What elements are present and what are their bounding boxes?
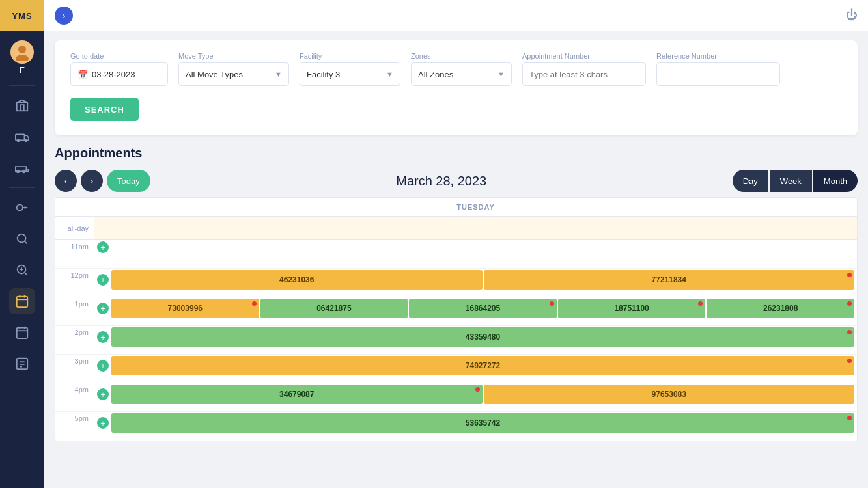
events-cell-1pm: + 73003996 06421875 16864205 18751100 26…: [94, 297, 857, 325]
event-53635742[interactable]: 53635742: [111, 413, 854, 433]
events-5pm: 53635742: [111, 413, 854, 433]
event-dot: [847, 301, 852, 306]
event-dot: [847, 416, 852, 420]
facility-label: Facility: [300, 52, 400, 60]
time-label-2pm: 2pm: [55, 326, 94, 354]
go-to-date-input[interactable]: 📅 03-28-2023: [70, 62, 168, 86]
truck-icon[interactable]: [9, 124, 35, 150]
event-34679087[interactable]: 34679087: [111, 385, 483, 404]
go-to-date-value: 03-28-2023: [92, 70, 135, 79]
search2-icon[interactable]: [9, 257, 35, 283]
expand-button[interactable]: ›: [55, 7, 73, 25]
calendar-grid: TUESDAY all-day 11am + 12pm: [55, 197, 858, 441]
facility-select[interactable]: Facility 3 ▼: [300, 62, 400, 86]
building-icon[interactable]: [9, 92, 35, 118]
calendar2-icon[interactable]: [9, 319, 35, 346]
today-button[interactable]: Today: [107, 170, 150, 192]
ref-number-input[interactable]: [656, 62, 780, 86]
event-43359480[interactable]: 43359480: [111, 327, 854, 347]
calendar-controls: ‹ › Today March 28, 2023 Day Week Month: [55, 170, 858, 192]
svg-point-0: [18, 46, 26, 53]
ref-number-label: Reference Number: [656, 52, 780, 60]
event-26231808[interactable]: 26231808: [707, 299, 854, 318]
appt-number-input[interactable]: [522, 62, 646, 86]
event-77211834[interactable]: 77211834: [484, 270, 855, 290]
time-label-5pm: 5pm: [55, 412, 94, 441]
zones-value: All Zones: [418, 70, 453, 79]
svg-rect-17: [17, 328, 28, 339]
appt-number-label: Appointment Number: [522, 52, 646, 60]
svg-rect-2: [17, 102, 28, 111]
next-button[interactable]: ›: [81, 170, 103, 192]
facility-group: Facility Facility 3 ▼: [300, 52, 400, 86]
search-panel: Go to date 📅 03-28-2023 Move Type All Mo…: [55, 40, 858, 135]
time-row-2pm: 2pm + 43359480: [55, 326, 857, 355]
avatar: [10, 40, 34, 64]
event-74927272[interactable]: 74927272: [111, 356, 854, 375]
events-3pm: 74927272: [111, 356, 854, 375]
list-icon[interactable]: [9, 351, 35, 377]
time-row-5pm: 5pm + 53635742: [55, 412, 857, 441]
time-label-11am: 11am: [55, 240, 94, 268]
appt-number-group: Appointment Number: [522, 52, 646, 86]
move-type-label: Move Type: [178, 52, 289, 60]
ref-number-group: Reference Number: [656, 52, 780, 86]
time-label-3pm: 3pm: [55, 355, 94, 383]
month-view-button[interactable]: Month: [813, 170, 858, 192]
go-to-date-label: Go to date: [70, 52, 168, 60]
add-event-1pm[interactable]: +: [97, 303, 109, 314]
event-46231036[interactable]: 46231036: [111, 270, 483, 290]
add-event-12pm[interactable]: +: [97, 274, 109, 286]
event-18751100[interactable]: 18751100: [558, 299, 706, 318]
key-icon[interactable]: [9, 195, 35, 221]
add-event-5pm[interactable]: +: [97, 417, 109, 429]
topbar: › ⏻: [44, 0, 868, 31]
search-row: Go to date 📅 03-28-2023 Move Type All Mo…: [70, 52, 842, 86]
calendar-nav: ‹ › Today: [55, 170, 150, 192]
move-type-select[interactable]: All Move Types ▼: [178, 62, 289, 86]
move-type-value: All Move Types: [186, 70, 243, 79]
time-label-4pm: 4pm: [55, 383, 94, 411]
time-label-12pm: 12pm: [55, 269, 94, 297]
event-dot: [550, 301, 554, 306]
svg-point-9: [18, 234, 26, 243]
event-dot: [847, 359, 852, 363]
view-buttons: Day Week Month: [733, 170, 858, 192]
logo: YMS: [0, 0, 44, 31]
allday-cell: [94, 217, 857, 239]
calendar-date-title: March 28, 2023: [396, 174, 486, 189]
event-16864205[interactable]: 16864205: [409, 299, 557, 318]
add-event-4pm[interactable]: +: [97, 388, 109, 400]
week-view-button[interactable]: Week: [770, 170, 812, 192]
add-event-3pm[interactable]: +: [97, 360, 109, 372]
event-97653083[interactable]: 97653083: [484, 385, 855, 404]
time-row-3pm: 3pm + 74927272: [55, 355, 857, 383]
event-06421875[interactable]: 06421875: [260, 299, 408, 318]
search-button[interactable]: SEARCH: [70, 98, 139, 121]
add-event-2pm[interactable]: +: [97, 331, 109, 343]
facility-value: Facility 3: [307, 70, 340, 79]
events-cell-12pm: + 46231036 77211834: [94, 269, 857, 297]
divider: [9, 85, 35, 86]
event-dot: [847, 273, 852, 277]
main-content: › ⏻ Go to date 📅 03-28-2023 Move Type Al…: [44, 0, 868, 488]
header-day-label: TUESDAY: [94, 198, 857, 216]
zones-select[interactable]: All Zones ▼: [411, 62, 512, 86]
zones-group: Zones All Zones ▼: [411, 52, 512, 86]
events-2pm: 43359480: [111, 327, 854, 347]
truck2-icon[interactable]: [9, 155, 35, 181]
events-cell-4pm: + 34679087 97653083: [94, 383, 857, 411]
move-type-arrow: ▼: [275, 70, 282, 78]
add-event-11am[interactable]: +: [97, 241, 109, 253]
day-view-button[interactable]: Day: [733, 170, 768, 192]
time-row-12pm: 12pm + 46231036 77211834: [55, 269, 857, 297]
user-letter: F: [20, 65, 25, 75]
event-73003996[interactable]: 73003996: [111, 299, 259, 318]
sidebar: YMS F: [0, 0, 44, 488]
calendar-icon[interactable]: [9, 288, 35, 314]
power-button[interactable]: ⏻: [846, 8, 858, 22]
svg-rect-3: [16, 134, 25, 140]
allday-label: all-day: [55, 217, 94, 239]
search1-icon[interactable]: [9, 226, 35, 252]
prev-button[interactable]: ‹: [55, 170, 77, 192]
